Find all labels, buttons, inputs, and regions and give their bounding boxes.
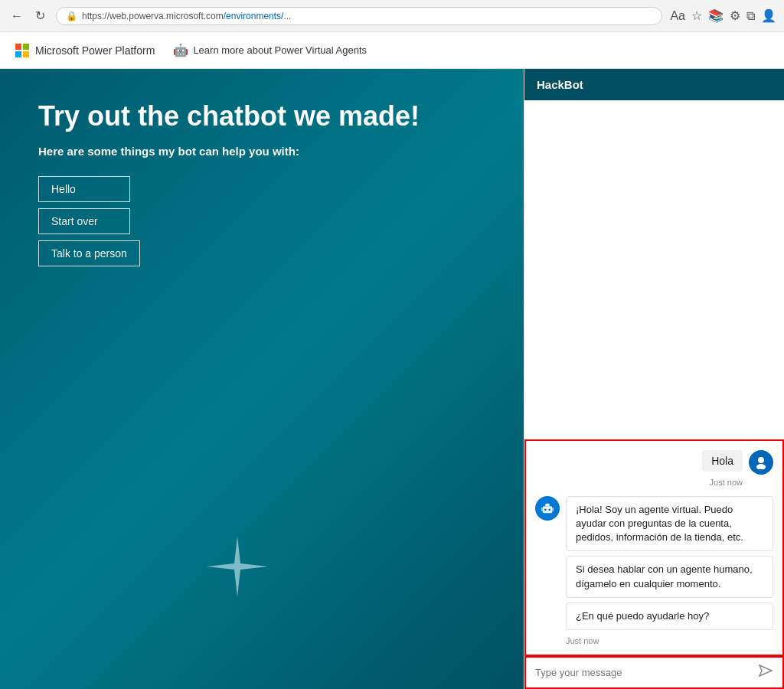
back-button[interactable]: ← [8, 8, 26, 24]
lock-icon: 🔒 [66, 11, 77, 21]
send-icon [758, 664, 773, 678]
bot-message-row: ¡Hola! Soy un agente virtual. Puedo ayud… [535, 496, 773, 630]
chat-upper-space [524, 100, 784, 439]
browser-chrome: ← ↻ 🔒 https://web.powerva.microsoft.com/… [0, 0, 784, 32]
send-button[interactable] [758, 664, 773, 681]
ms-grid-yellow [23, 51, 29, 57]
user-avatar-icon [754, 456, 768, 469]
user-message-row: Hola [535, 450, 773, 475]
bot-messages-container: ¡Hola! Soy un agente virtual. Puedo ayud… [566, 496, 773, 630]
read-aloud-icon: Aa [670, 9, 685, 23]
pva-link-icon: 🤖 [173, 43, 188, 57]
svg-rect-6 [541, 508, 543, 511]
profile-icon: 👤 [761, 8, 776, 23]
suggestion-btn-startover[interactable]: Start over [38, 208, 130, 234]
user-bubble: Hola [702, 450, 743, 472]
suggestion-buttons: Hello Start over Talk to a person [38, 176, 493, 266]
bot-timestamp: Just now [566, 636, 773, 645]
main-heading: Try out the chatbot we made! [38, 100, 493, 132]
refresh-button[interactable]: ↻ [32, 7, 48, 24]
browser-toolbar-icons: Aa ☆ 📚 ⚙ ⧉ 👤 [670, 8, 776, 23]
bot-avatar-icon [541, 501, 554, 515]
left-content: Try out the chatbot we made! Here are so… [38, 100, 493, 266]
chat-panel: HackBot Hola Just now [524, 69, 784, 689]
url-path: /environments/ [224, 11, 284, 21]
browser-nav-icons: ← ↻ [8, 7, 48, 24]
bot-bubble-1: ¡Hola! Soy un agente virtual. Puedo ayud… [566, 496, 773, 552]
ms-logo: Microsoft Power Platform [15, 44, 155, 57]
ms-grid-green [23, 44, 29, 50]
suggestion-btn-hello[interactable]: Hello [38, 176, 130, 202]
svg-point-0 [758, 457, 764, 463]
chat-header: HackBot [524, 69, 784, 100]
bot-bubble-2: Si desea hablar con un agente humano, dí… [566, 556, 773, 597]
ms-grid-blue [15, 51, 21, 57]
user-avatar [749, 450, 773, 475]
url-prefix: https://web.powerva.microsoft.com [82, 11, 224, 21]
settings-icon: ⚙ [730, 8, 740, 23]
bot-bubble-3: ¿En qué puedo ayudarle hoy? [566, 602, 773, 630]
learn-more-link[interactable]: 🤖 Learn more about Power Virtual Agents [173, 43, 367, 57]
ms-grid-red [15, 44, 21, 50]
sub-heading: Here are some things my bot can help you… [38, 145, 493, 158]
svg-rect-7 [552, 508, 554, 511]
top-nav: Microsoft Power Platform 🤖 Learn more ab… [0, 32, 784, 69]
star-icon: ☆ [691, 8, 702, 23]
main-content: Try out the chatbot we made! Here are so… [0, 69, 784, 689]
bot-avatar [535, 496, 560, 521]
sparkle-decoration [207, 536, 268, 597]
left-panel: Try out the chatbot we made! Here are so… [0, 69, 524, 689]
extensions-icon: ⧉ [746, 9, 755, 23]
chat-messages-section: Hola Just now [524, 439, 784, 656]
chat-body: Hola Just now [524, 100, 784, 689]
chat-input[interactable] [535, 667, 752, 678]
svg-rect-3 [545, 504, 549, 507]
url-rest: ... [283, 11, 291, 21]
favorites-icon: 📚 [708, 8, 724, 23]
chat-input-area [524, 656, 784, 689]
ms-logo-grid [15, 44, 29, 57]
url-display: https://web.powerva.microsoft.com/enviro… [82, 11, 291, 21]
user-timestamp: Just now [535, 478, 773, 487]
suggestion-btn-talk[interactable]: Talk to a person [38, 240, 140, 266]
svg-rect-2 [543, 506, 553, 513]
chat-header-title: HackBot [537, 78, 583, 91]
address-bar[interactable]: 🔒 https://web.powerva.microsoft.com/envi… [56, 7, 662, 25]
svg-point-1 [756, 464, 766, 469]
svg-point-5 [548, 508, 550, 511]
brand-name: Microsoft Power Platform [35, 44, 155, 57]
learn-more-label: Learn more about Power Virtual Agents [193, 44, 367, 56]
svg-point-4 [544, 508, 547, 511]
